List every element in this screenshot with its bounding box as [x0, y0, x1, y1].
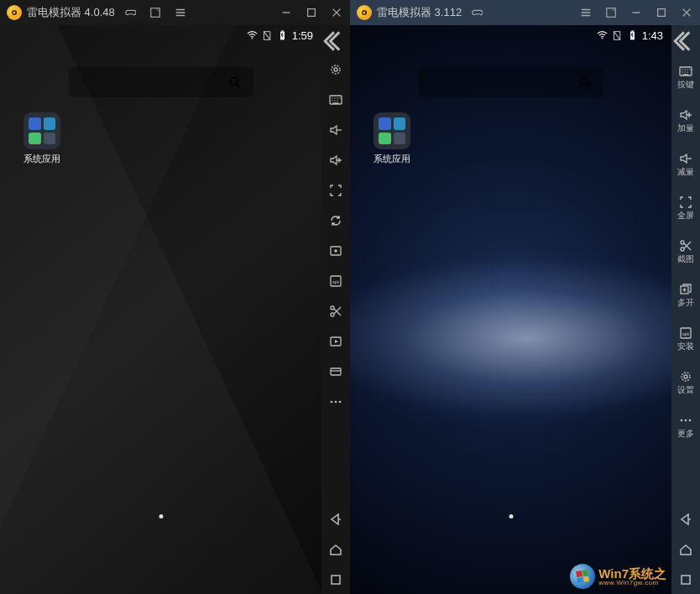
app-grid: 系统应用	[350, 97, 671, 165]
tool-volume-down[interactable]	[321, 116, 350, 144]
nav-home[interactable]	[321, 535, 350, 564]
app-logo-icon	[7, 5, 22, 20]
maximize-button[interactable]	[301, 3, 321, 23]
tool-cut[interactable]	[321, 297, 350, 326]
tool-install-apk[interactable]: 安装	[671, 317, 700, 359]
page-indicator	[509, 514, 513, 518]
gamepad-button[interactable]	[467, 3, 487, 23]
menu-button[interactable]	[170, 3, 191, 23]
minimize-button[interactable]	[276, 3, 296, 23]
nav-back[interactable]	[321, 505, 350, 534]
page-indicator	[159, 514, 163, 518]
tool-play[interactable]	[321, 327, 350, 356]
app-grid: 系统应用	[0, 97, 321, 165]
tool-volume-down[interactable]: 减量	[671, 143, 700, 185]
maximize-button[interactable]	[651, 3, 671, 23]
minimize-button[interactable]	[626, 3, 646, 23]
app-label: 系统应用	[374, 153, 410, 165]
tool-fullscreen[interactable]: 全屏	[671, 186, 700, 228]
tool-sync[interactable]	[321, 206, 350, 235]
tool-keyboard[interactable]: 按键	[671, 55, 700, 97]
app-label: 系统应用	[24, 153, 60, 165]
home-screen: 系统应用	[350, 25, 671, 594]
emulator-screen[interactable]: 1:43 系统应用 Win7系	[350, 25, 671, 594]
collapse-sidebar-button[interactable]	[321, 29, 350, 54]
close-button[interactable]	[326, 3, 347, 23]
app-system-apps[interactable]: 系统应用	[358, 112, 426, 165]
watermark-url: www.Win7gw.com	[598, 580, 666, 586]
tool-keyboard[interactable]	[321, 86, 350, 114]
folder-icon	[24, 112, 60, 149]
close-button[interactable]	[676, 3, 697, 23]
search-bar[interactable]	[69, 67, 253, 97]
emulator-window-right: 雷电模拟器 3.112 1:43	[350, 0, 700, 594]
tool-apk[interactable]	[321, 267, 350, 295]
titlebar: 雷电模拟器 3.112	[350, 0, 700, 25]
collapse-sidebar-button[interactable]	[671, 29, 700, 54]
nav-recent[interactable]	[671, 565, 700, 594]
search-icon	[578, 76, 592, 89]
tool-more[interactable]	[321, 388, 350, 416]
search-bar[interactable]	[419, 67, 603, 97]
window-title: 雷电模拟器 3.112	[377, 5, 462, 20]
nav-recent[interactable]	[321, 565, 350, 594]
folder-icon	[374, 112, 410, 149]
screenshot-button[interactable]	[145, 3, 165, 23]
tool-volume-up[interactable]: 加量	[671, 99, 700, 141]
nav-back[interactable]	[671, 505, 700, 534]
toolbar-sidebar	[321, 25, 350, 594]
emulator-screen[interactable]: 1:59 系统应用	[0, 25, 321, 594]
nav-home[interactable]	[671, 535, 700, 564]
gamepad-button[interactable]	[120, 3, 140, 23]
search-icon	[228, 76, 242, 89]
tool-fullscreen[interactable]	[321, 176, 350, 205]
titlebar: 雷电模拟器 4.0.48	[0, 0, 350, 25]
app-system-apps[interactable]: 系统应用	[8, 112, 76, 165]
tool-volume-up[interactable]	[321, 146, 350, 175]
app-logo-icon	[357, 5, 372, 20]
toolbar-sidebar: 按键 加量 减量 全屏 截图 多开 安装 设置 更多	[671, 25, 700, 594]
tool-card[interactable]	[321, 357, 350, 386]
tool-screenshot[interactable]: 截图	[671, 230, 700, 272]
home-screen: 系统应用	[0, 25, 321, 594]
tool-settings[interactable]: 设置	[671, 361, 700, 403]
screenshot-button[interactable]	[601, 3, 621, 23]
watermark-text: Win7系统之	[598, 567, 666, 580]
window-title: 雷电模拟器 4.0.48	[27, 5, 115, 20]
menu-button[interactable]	[576, 3, 596, 23]
tool-more[interactable]: 更多	[671, 404, 700, 446]
tool-settings[interactable]	[321, 55, 350, 84]
tool-multi[interactable]: 多开	[671, 274, 700, 315]
tool-add-window[interactable]	[321, 237, 350, 265]
watermark: Win7系统之 www.Win7gw.com	[570, 564, 666, 589]
emulator-window-left: 雷电模拟器 4.0.48 1:59	[0, 0, 350, 594]
